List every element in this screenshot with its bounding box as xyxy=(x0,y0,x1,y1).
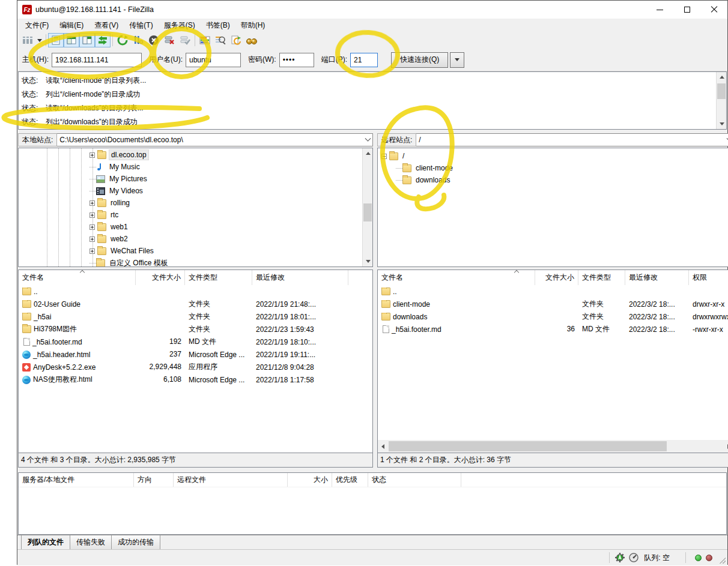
tree-item[interactable]: downloads xyxy=(378,174,728,186)
reconnect-button[interactable] xyxy=(177,33,193,47)
tree-item[interactable]: client-mode xyxy=(378,162,728,174)
log-scrollbar[interactable] xyxy=(716,72,726,129)
column-header-filename[interactable]: 文件名 xyxy=(378,270,535,285)
compare-button[interactable] xyxy=(213,33,228,47)
scroll-up-button[interactable] xyxy=(363,148,373,158)
tree-item[interactable]: dl.ecoo.top xyxy=(19,149,372,161)
menu-transfer[interactable]: 传输(T) xyxy=(124,19,158,32)
cancel-button[interactable] xyxy=(146,33,162,47)
local-path-combobox[interactable]: C:\Users\ecoo\Documents\dl.ecoo.top\ xyxy=(57,133,373,146)
file-row[interactable]: .. xyxy=(19,285,372,298)
main-split: 本地站点: C:\Users\ecoo\Documents\dl.ecoo.to… xyxy=(17,130,727,469)
tree-item[interactable]: web1 xyxy=(19,221,372,233)
refresh-button[interactable] xyxy=(115,33,130,47)
port-input[interactable] xyxy=(350,53,378,67)
host-input[interactable] xyxy=(52,53,142,67)
tree-item[interactable]: My Pictures xyxy=(19,173,372,185)
column-header-direction[interactable]: 方向 xyxy=(134,473,174,487)
tab-successful-transfers[interactable]: 成功的传输 xyxy=(111,535,160,550)
quickconnect-button[interactable]: 快速连接(Q) xyxy=(391,52,448,68)
file-row[interactable]: NAS使用教程.html6,108Microsoft Edge ...2022/… xyxy=(19,373,372,386)
tree-item[interactable]: rtc xyxy=(19,209,372,221)
scroll-up-button[interactable] xyxy=(717,72,727,82)
menu-file[interactable]: 文件(F) xyxy=(20,19,54,32)
scroll-thumb[interactable] xyxy=(389,441,667,451)
file-row[interactable]: downloads文件夹2022/3/2 18:...drwxrwxrwx xyxy=(378,310,728,323)
expand-icon[interactable] xyxy=(89,224,95,230)
column-header-filetype[interactable]: 文件类型 xyxy=(578,270,625,285)
toggle-local-tree-button[interactable] xyxy=(64,33,79,47)
column-header-modified[interactable]: 最近修改 xyxy=(252,270,348,285)
close-button[interactable] xyxy=(700,1,727,19)
column-header-size[interactable]: 大小 xyxy=(288,473,332,487)
sync-browse-button[interactable] xyxy=(228,33,244,47)
minimize-button[interactable] xyxy=(646,1,673,19)
tree-item[interactable]: 自定义 Office 模板 xyxy=(19,257,372,267)
column-header-filetype[interactable]: 文件类型 xyxy=(185,270,252,285)
resize-grip[interactable] xyxy=(718,556,726,564)
tree-item[interactable]: web2 xyxy=(19,233,372,245)
expand-icon[interactable] xyxy=(89,236,95,242)
expand-icon[interactable] xyxy=(89,152,95,158)
local-tree-scrollbar[interactable] xyxy=(362,148,372,266)
scroll-thumb[interactable] xyxy=(717,83,726,99)
site-manager-button[interactable] xyxy=(20,33,35,47)
expand-icon[interactable] xyxy=(89,200,95,206)
file-row[interactable]: _h5ai.header.html237Microsoft Edge ...20… xyxy=(19,348,372,361)
toggle-log-button[interactable] xyxy=(48,33,64,47)
file-row[interactable]: Hi3798M固件文件夹2022/1/23 1:59:43 xyxy=(19,323,372,336)
tree-item[interactable]: rolling xyxy=(19,197,372,209)
column-header-filesize[interactable]: 文件大小 xyxy=(136,270,185,285)
folder-icon xyxy=(97,211,106,219)
tree-item[interactable]: My Videos xyxy=(19,185,372,197)
menu-bookmarks[interactable]: 书签(B) xyxy=(201,19,235,32)
tree-item-label: downloads xyxy=(414,175,452,185)
menu-server[interactable]: 服务器(S) xyxy=(159,19,201,32)
filter-button[interactable] xyxy=(197,33,213,47)
password-input[interactable] xyxy=(279,53,314,67)
column-header-priority[interactable]: 优先级 xyxy=(332,473,368,487)
disconnect-button[interactable] xyxy=(162,33,177,47)
menu-edit[interactable]: 编辑(E) xyxy=(54,19,89,32)
scroll-left-button[interactable] xyxy=(378,441,388,451)
column-header-remote-file[interactable]: 远程文件 xyxy=(174,473,288,487)
maximize-button[interactable] xyxy=(673,1,700,19)
site-manager-dropdown-button[interactable] xyxy=(35,33,44,47)
expand-icon[interactable] xyxy=(89,212,95,218)
scroll-down-button[interactable] xyxy=(363,256,373,266)
tree-item[interactable]: / xyxy=(378,150,728,162)
expand-icon[interactable] xyxy=(89,248,95,254)
column-header-server-local-file[interactable]: 服务器/本地文件 xyxy=(19,473,134,487)
scroll-down-button[interactable] xyxy=(717,119,727,129)
find-files-button[interactable] xyxy=(244,33,259,47)
process-queue-button[interactable] xyxy=(130,33,146,47)
toggle-remote-tree-button[interactable] xyxy=(79,33,95,47)
remote-horizontal-scrollbar[interactable] xyxy=(378,440,728,453)
column-header-permissions[interactable]: 权限 xyxy=(689,270,728,285)
tab-failed-transfers[interactable]: 传输失败 xyxy=(70,535,112,550)
column-header-status[interactable]: 状态 xyxy=(368,473,461,487)
tree-item[interactable]: My Music xyxy=(19,161,372,173)
tree-item[interactable]: WeChat Files xyxy=(19,245,372,257)
menu-help[interactable]: 帮助(H) xyxy=(235,19,271,32)
column-header-modified[interactable]: 最近修改 xyxy=(625,270,689,285)
column-header-filename[interactable]: 文件名 xyxy=(19,270,136,285)
scroll-thumb[interactable] xyxy=(363,203,372,221)
file-row[interactable]: client-mode文件夹2022/3/2 18:...drwxr-xr-x xyxy=(378,298,728,310)
file-row[interactable]: _h5ai.footer.md192MD 文件2022/1/19 18:10:.… xyxy=(19,336,372,348)
tab-queued-files[interactable]: 列队的文件 xyxy=(21,535,70,550)
toggle-queue-button[interactable] xyxy=(95,33,111,47)
file-row[interactable]: AnyDesk+5.2.2.exe2,929,448应用程序2021/12/8 … xyxy=(19,361,372,373)
collapse-icon[interactable] xyxy=(381,154,387,159)
file-row[interactable]: _h5ai文件夹2022/1/19 18:01:... xyxy=(19,310,372,323)
statusbar-separator xyxy=(609,552,610,563)
file-row[interactable]: _h5ai.footer.md36MD 文件2022/3/2 18:...-rw… xyxy=(378,323,728,336)
quickconnect-dropdown-button[interactable] xyxy=(450,52,464,68)
file-row[interactable]: .. xyxy=(378,285,728,298)
column-header-filesize[interactable]: 文件大小 xyxy=(535,270,578,285)
menu-view[interactable]: 查看(V) xyxy=(89,19,124,32)
scroll-right-button[interactable] xyxy=(724,441,728,451)
remote-path-combobox[interactable]: / xyxy=(416,133,728,146)
username-input[interactable] xyxy=(186,53,241,67)
file-row[interactable]: 02-User Guide文件夹2022/1/19 21:48:... xyxy=(19,298,372,310)
